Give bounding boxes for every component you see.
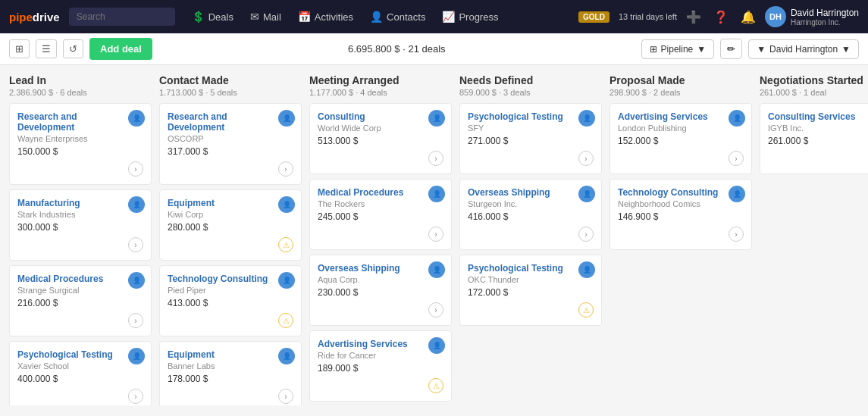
card-company: Pied Piper xyxy=(168,286,293,295)
column-proposal-made: Proposal Made298.900 $ · 2 deals👤Adverti… xyxy=(609,74,752,405)
card-amount: 513.000 $ xyxy=(318,136,443,146)
deal-card[interactable]: 👤Medical ProceduresStrange Surgical216.0… xyxy=(9,265,152,336)
card-company: Stark Industries xyxy=(17,210,143,219)
card-amount: 261.000 $ xyxy=(768,136,868,146)
card-company: Banner Labs xyxy=(168,361,293,371)
card-title: Psychological Testing xyxy=(17,349,143,360)
card-title: Manufacturing xyxy=(17,198,143,208)
card-amount: 416.000 $ xyxy=(468,211,594,222)
deal-card[interactable]: 👤ConsultingWorld Wide Corp513.000 $› xyxy=(309,103,452,174)
arrow-icon[interactable]: › xyxy=(128,313,143,328)
deal-card[interactable]: 👤Technology ConsultingNeighborhood Comic… xyxy=(609,179,752,250)
card-company: Strange Surgical xyxy=(17,286,143,295)
bell-icon[interactable]: 🔔 xyxy=(738,7,759,27)
gold-badge: GOLD xyxy=(578,11,609,23)
warn-icon[interactable]: ⚠ xyxy=(578,302,594,317)
contacts-icon: 👤 xyxy=(370,11,383,23)
column-lead-in: Lead In2.386.900 $ · 6 deals👤Research an… xyxy=(9,74,152,405)
card-avatar: 👤 xyxy=(729,186,745,202)
deal-card[interactable]: 👤Overseas ShippingAqua Corp.230.000 $› xyxy=(309,255,452,326)
list-view-btn[interactable]: ☰ xyxy=(36,39,57,58)
card-title: Equipment xyxy=(168,349,293,360)
kanban-view-btn[interactable]: ⊞ xyxy=(9,39,30,58)
deal-card[interactable]: 👤Technology ConsultingPied Piper413.000 … xyxy=(159,265,302,336)
deal-card[interactable]: 👤EquipmentKiwi Corp280.000 $⚠ xyxy=(159,189,302,261)
cards-proposal-made: 👤Advertising ServicesLondon Publishing15… xyxy=(609,103,752,250)
arrow-icon[interactable]: › xyxy=(428,302,443,317)
warn-icon[interactable]: ⚠ xyxy=(278,313,293,328)
nav-activities[interactable]: 📅 Activities xyxy=(290,6,361,27)
deal-card[interactable]: 👤Research and DevelopmentWayne Enterpris… xyxy=(9,103,152,185)
warn-icon[interactable]: ⚠ xyxy=(278,237,293,252)
arrow-icon[interactable]: › xyxy=(729,151,744,166)
arrow-icon[interactable]: › xyxy=(578,227,594,242)
deal-card[interactable]: 👤Psychological TestingXavier School400.0… xyxy=(9,341,152,405)
card-footer: › xyxy=(17,313,143,328)
refresh-btn[interactable]: ↺ xyxy=(63,39,83,58)
arrow-icon[interactable]: › xyxy=(428,227,443,242)
arrow-icon[interactable]: › xyxy=(128,161,143,177)
card-title: Advertising Services xyxy=(318,339,443,349)
help-icon[interactable]: ❓ xyxy=(710,7,732,27)
column-meeting-arranged: Meeting Arranged1.177.000 $ · 4 deals👤Co… xyxy=(309,74,452,405)
card-avatar: 👤 xyxy=(578,261,595,278)
col-subtitle-needs-defined: 859.000 $ · 3 deals xyxy=(459,88,602,97)
card-amount: 400.000 $ xyxy=(17,374,143,384)
arrow-icon[interactable]: › xyxy=(278,161,293,177)
arrow-icon[interactable]: › xyxy=(128,389,143,404)
user-filter-label: David Harrington xyxy=(769,44,838,55)
warn-icon[interactable]: ⚠ xyxy=(428,378,443,393)
arrow-icon[interactable]: › xyxy=(578,151,594,166)
deal-card[interactable]: 👤Psychological TestingOKC Thunder172.000… xyxy=(459,255,602,326)
nav-contacts[interactable]: 👤 Contacts xyxy=(362,6,433,27)
card-company: Sturgeon Inc. xyxy=(468,199,594,208)
deal-card[interactable]: 👤Advertising ServicesRide for Cancer189.… xyxy=(309,330,452,402)
deal-card[interactable]: 👤Psychological TestingSFY271.000 $› xyxy=(459,103,602,174)
card-amount: 216.000 $ xyxy=(17,298,143,308)
nav-progress[interactable]: 📈 Progress xyxy=(434,6,506,27)
col-header-proposal-made: Proposal Made298.900 $ · 2 deals xyxy=(609,74,752,97)
card-amount: 152.000 $ xyxy=(618,136,744,146)
search-input[interactable] xyxy=(69,8,175,26)
col-header-meeting-arranged: Meeting Arranged1.177.000 $ · 4 deals xyxy=(309,74,452,97)
activities-icon: 📅 xyxy=(298,11,311,23)
deal-card[interactable]: 👤Medical ProceduresThe Rockers245.000 $› xyxy=(309,179,452,250)
deal-card[interactable]: 👤Research and DevelopmentOSCORP317.000 $… xyxy=(159,103,302,185)
edit-pipeline-btn[interactable]: ✏ xyxy=(720,39,742,59)
card-company: Kiwi Corp xyxy=(168,210,293,219)
card-avatar: 👤 xyxy=(578,110,595,127)
col-title-contact-made: Contact Made xyxy=(159,74,302,86)
deal-card[interactable]: 👤Advertising ServicesLondon Publishing15… xyxy=(609,103,752,174)
arrow-icon[interactable]: › xyxy=(278,389,293,404)
card-title: Technology Consulting xyxy=(618,187,744,198)
pipeline-filter[interactable]: ⊞ Pipeline ▼ xyxy=(641,39,715,59)
col-header-contact-made: Contact Made1.713.000 $ · 5 deals xyxy=(159,74,302,97)
nav-right: GOLD 13 trial days left ➕ ❓ 🔔 DH David H… xyxy=(578,6,859,27)
card-amount: 317.000 $ xyxy=(168,146,293,157)
card-title: Research and Development xyxy=(168,111,293,133)
card-title: Psychological Testing xyxy=(468,111,594,122)
col-title-lead-in: Lead In xyxy=(9,74,152,86)
user-filter[interactable]: ▼ David Harrington ▼ xyxy=(748,39,859,59)
nav-mail[interactable]: ✉ Mail xyxy=(243,6,289,27)
col-header-negotiations-started: Negotiations Started261.000 $ · 1 deal xyxy=(760,74,868,97)
deal-card[interactable]: 👤ManufacturingStark Industries300.000 $› xyxy=(9,189,152,261)
card-avatar: 👤 xyxy=(278,110,295,127)
card-footer: › xyxy=(168,389,293,404)
col-subtitle-meeting-arranged: 1.177.000 $ · 4 deals xyxy=(309,88,452,97)
card-title: Overseas Shipping xyxy=(318,263,443,274)
deal-card[interactable]: 👤EquipmentBanner Labs178.000 $› xyxy=(159,341,302,405)
user-section[interactable]: DH David Harrington Harrington Inc. xyxy=(765,6,859,27)
deal-card[interactable]: 👤Overseas ShippingSturgeon Inc.416.000 $… xyxy=(459,179,602,250)
arrow-icon[interactable]: › xyxy=(428,151,443,166)
col-title-meeting-arranged: Meeting Arranged xyxy=(309,74,452,86)
add-deal-button[interactable]: Add deal xyxy=(89,38,152,60)
deal-card[interactable]: 👤Consulting ServicesIGYB Inc.261.000 $› xyxy=(760,103,868,174)
column-negotiations-started: Negotiations Started261.000 $ · 1 deal👤C… xyxy=(760,74,868,405)
card-footer: › xyxy=(318,302,443,317)
pipeline-icon: ⊞ xyxy=(650,44,657,55)
add-icon[interactable]: ➕ xyxy=(683,7,704,27)
arrow-icon[interactable]: › xyxy=(128,237,143,252)
arrow-icon[interactable]: › xyxy=(729,227,744,242)
nav-deals[interactable]: 💲 Deals xyxy=(184,6,241,27)
